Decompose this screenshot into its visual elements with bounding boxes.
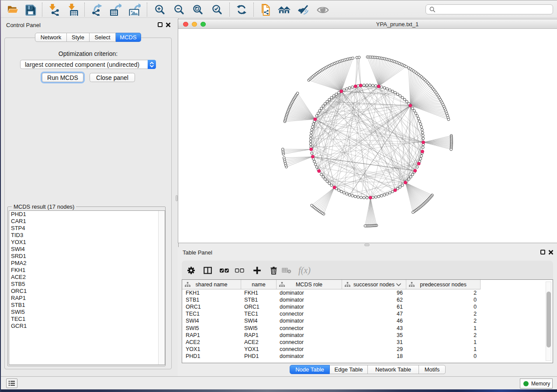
tab-network-table[interactable]: Network Table	[368, 365, 419, 374]
table-row[interactable]: PHD1PHD1dominator180	[182, 353, 553, 360]
mcds-result-item[interactable]: SWI4	[9, 246, 165, 253]
table-scrollbar[interactable]	[546, 282, 551, 361]
hide-icon[interactable]	[297, 3, 310, 16]
window-minimize-button[interactable]	[192, 22, 197, 27]
column-header-successor-nodes[interactable]: successor nodes	[342, 280, 406, 289]
mcds-result-item[interactable]: TEC1	[9, 316, 165, 323]
table-row[interactable]: SWI4SWI4dominator462	[182, 317, 553, 324]
mcds-result-item[interactable]: FKH1	[9, 267, 165, 274]
import-network-icon[interactable]	[48, 3, 61, 16]
main-toolbar	[1, 1, 557, 18]
home-icon[interactable]	[278, 3, 291, 16]
table-row[interactable]: TEC1TEC1connector472	[182, 310, 553, 317]
open-file-icon[interactable]	[6, 3, 19, 16]
mcds-result-list[interactable]: PHD1CAR1STP4TID3YOX1SWI4SRD1PMA2FKH1ACE2…	[9, 210, 165, 365]
mcds-list-scrollbar[interactable]	[158, 211, 165, 364]
save-icon[interactable]	[24, 3, 37, 16]
run-mcds-button[interactable]: Run MCDS	[42, 73, 83, 82]
mcds-result-item[interactable]: PMA2	[9, 260, 165, 267]
mcds-result-item[interactable]: STB1	[9, 302, 165, 309]
mcds-result-item[interactable]: GCR1	[9, 323, 165, 330]
float-panel-icon[interactable]	[158, 22, 163, 27]
tab-edge-table[interactable]: Edge Table	[330, 365, 368, 374]
t-trash-glyph	[269, 266, 278, 275]
export-table-icon[interactable]	[109, 3, 122, 16]
tab-network[interactable]: Network	[35, 33, 67, 42]
tab-node-table[interactable]: Node Table	[290, 365, 330, 374]
cell-mcds-role: dominator	[280, 290, 304, 296]
column-header-name[interactable]: name	[241, 280, 277, 289]
criterion-select[interactable]: largest connected component (undirected)	[20, 60, 156, 69]
search-input[interactable]	[426, 4, 553, 14]
tab-select[interactable]: Select	[90, 33, 116, 42]
table-scrollbar-thumb[interactable]	[547, 292, 551, 347]
refresh-icon[interactable]	[235, 3, 248, 16]
tab-style[interactable]: Style	[67, 33, 90, 42]
zoom-out-icon[interactable]	[173, 3, 186, 16]
mcds-result-item[interactable]: YOX1	[9, 239, 165, 246]
memory-button[interactable]: Memory	[520, 378, 553, 389]
table-row[interactable]: ACE2ACE2connector311	[182, 339, 553, 346]
table-float-icon[interactable]	[540, 250, 545, 254]
table-row[interactable]: SWI5SWI5connector431	[182, 325, 553, 332]
clone-network-icon[interactable]	[259, 3, 272, 16]
zoom-in-icon[interactable]	[153, 3, 166, 16]
table-row[interactable]: ORC1ORC1dominator610	[182, 303, 553, 310]
mcds-result-item[interactable]: STB5	[9, 281, 165, 288]
mcds-result-item[interactable]: RAP1	[9, 295, 165, 302]
tab-mcds[interactable]: MCDS	[116, 33, 141, 42]
cell-shared-name: PHD1	[186, 353, 200, 359]
control-panel: Control Panel Network Style Select MCDS …	[1, 18, 175, 376]
window-close-button[interactable]	[183, 22, 188, 27]
cell-name: FKH1	[244, 290, 258, 296]
toolbar-separator	[84, 3, 85, 17]
window-zoom-button[interactable]	[201, 22, 206, 27]
mcds-result-item[interactable]: TID3	[9, 232, 165, 239]
columns-icon[interactable]	[201, 264, 214, 276]
table-row[interactable]: YOX1YOX1connector291	[182, 346, 553, 353]
mcds-result-item[interactable]: CAR1	[9, 218, 165, 225]
cell-successor-nodes: 18	[342, 353, 403, 359]
close-panel-icon[interactable]	[166, 22, 171, 28]
export-network-icon[interactable]	[90, 3, 103, 16]
select-all-icon[interactable]	[218, 264, 230, 276]
cell-name: STB1	[244, 297, 258, 303]
mcds-result-item[interactable]: ORC1	[9, 288, 165, 295]
import-table-icon[interactable]	[67, 3, 80, 16]
mcds-result-item[interactable]: ACE2	[9, 274, 165, 281]
cell-name: PHD1	[244, 353, 259, 359]
close-panel-button[interactable]: Close panel	[90, 73, 135, 82]
cell-mcds-role: dominator	[280, 304, 304, 310]
delete-icon[interactable]	[267, 264, 280, 276]
zoom-fit-icon[interactable]	[191, 3, 204, 16]
toolbar-separator	[147, 3, 147, 17]
column-header-shared-name[interactable]: shared name	[182, 280, 241, 289]
table-row[interactable]: FKH1FKH1dominator962	[182, 289, 553, 296]
t-selall-glyph	[219, 266, 229, 275]
deselect-all-icon[interactable]	[233, 264, 246, 276]
vertical-splitter-handle[interactable]	[176, 195, 178, 201]
network-view-window: YPA_prune.txt_1	[178, 19, 557, 243]
zoom-selected-icon[interactable]	[211, 3, 224, 16]
column-label: shared name	[182, 282, 241, 288]
mcds-result-item[interactable]: SWI5	[9, 309, 165, 316]
cell-mcds-role: connector	[280, 339, 304, 345]
tab-motifs[interactable]: Motifs	[419, 365, 446, 374]
table-row[interactable]: STB1STB1dominator620	[182, 296, 553, 303]
mcds-result-item[interactable]: PHD1	[9, 211, 165, 218]
network-canvas[interactable]	[178, 29, 557, 243]
table-close-icon[interactable]	[548, 250, 554, 255]
cell-successor-nodes: 47	[342, 311, 403, 317]
column-header-MCDS-role[interactable]: MCDS role	[277, 280, 342, 289]
show-panels-button[interactable]	[6, 378, 17, 388]
table-row[interactable]: RAP1RAP1dominator352	[182, 332, 553, 339]
horizontal-splitter-handle[interactable]	[364, 244, 370, 246]
mcds-result-item[interactable]: STP4	[9, 225, 165, 232]
mcds-result-item[interactable]: SRD1	[9, 253, 165, 260]
add-icon[interactable]	[251, 264, 263, 276]
column-header-predecessor-nodes[interactable]: predecessor nodes	[406, 280, 481, 289]
export-image-icon[interactable]	[128, 3, 141, 16]
show-icon[interactable]	[316, 3, 329, 16]
network-graph	[178, 29, 557, 243]
gear-icon[interactable]	[185, 264, 197, 276]
